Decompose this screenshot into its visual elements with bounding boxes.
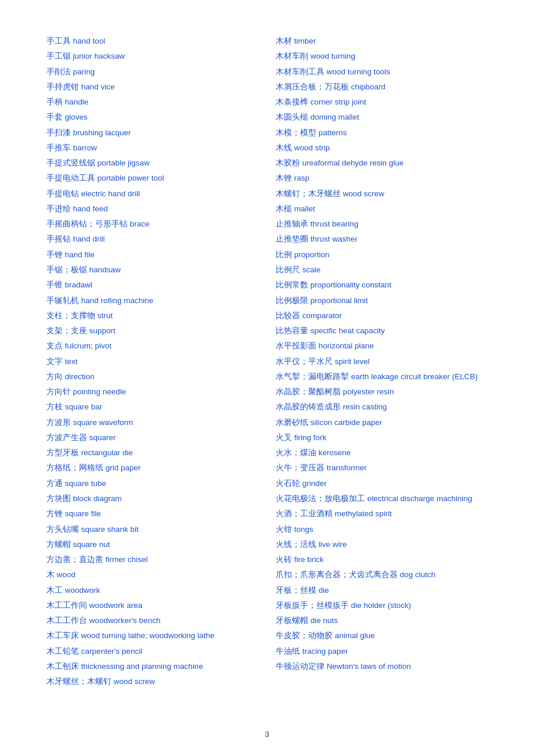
list-item: 火砖 fire brick — [276, 553, 488, 566]
list-item: 止推垫圈 thrust washer — [276, 233, 488, 246]
list-item: 木工刨床 thicknessing and planning machine — [46, 660, 258, 673]
list-item: 手提电动工具 portable power tool — [46, 172, 258, 185]
list-item: 手扫漆 brushing lacquer — [46, 127, 258, 139]
right-column: 木材 timber木材车削 wood turning木材车削工具 wood tu… — [276, 35, 488, 688]
list-item: 比例常数 proportionality constant — [276, 279, 488, 291]
left-column: 手工具 hand tool手工锯 junior hacksaw手削法 parin… — [46, 35, 258, 688]
list-item: 手持虎钳 hand vice — [46, 81, 258, 93]
list-item: 木工车床 wood turning lathe; woodworking lat… — [46, 629, 258, 642]
list-item: 方枝 square bar — [46, 401, 258, 413]
list-item: 支架；支座 support — [46, 325, 258, 337]
list-item: 牙板螺帽 die nuts — [276, 614, 488, 627]
list-item: 方锉 square file — [46, 507, 258, 520]
list-item: 手摇曲柄钻；弓形手钻 brace — [46, 218, 258, 231]
list-item: 牛顿运动定律 Newton's laws of motion — [276, 660, 488, 673]
list-item: 文字 text — [46, 355, 258, 368]
list-item: 木条接榫 corner strip joint — [276, 96, 488, 109]
list-item: 木锉 rasp — [276, 172, 488, 185]
list-item: 火水；煤油 kerosene — [276, 447, 488, 459]
list-item: 手工具 hand tool — [46, 35, 258, 48]
list-item: 手推车 barrow — [46, 142, 258, 154]
list-item: 比例尺 scale — [276, 264, 488, 276]
list-item: 手工锯 junior hacksaw — [46, 50, 258, 63]
list-item: 方向针 pointing needle — [46, 386, 258, 398]
list-item: 方螺帽 square nut — [46, 538, 258, 551]
list-item: 方型牙板 rectangular die — [46, 447, 258, 459]
list-item: 支点 fulcrum; pivot — [46, 340, 258, 352]
list-item: 火钳 tongs — [276, 523, 488, 536]
list-item: 方格纸；网格纸 grid paper — [46, 462, 258, 474]
list-item: 火石轮 grinder — [276, 477, 488, 490]
list-item: 比较器 comparator — [276, 309, 488, 322]
list-item: 水磨砂纸 silicon carbide paper — [276, 416, 488, 429]
list-item: 木材车削 wood turning — [276, 50, 488, 63]
list-item: 比例极限 proportional limit — [276, 294, 488, 307]
list-item: 水平投影面 horizontal plane — [276, 340, 488, 352]
list-item: 火线；活线 live wire — [276, 538, 488, 551]
list-item: 木螺钉；木牙螺丝 wood screw — [276, 188, 488, 200]
list-item: 手柄 handle — [46, 96, 258, 109]
list-item: 木牙螺丝；木螺钉 wood screw — [46, 675, 258, 688]
list-item: 木材车削工具 wood turning tools — [276, 66, 488, 78]
list-item: 牛皮胶；动物胶 animal glue — [276, 629, 488, 642]
list-item: 木工工作台 woodworker's bench — [46, 614, 258, 627]
list-item: 木线 wood strip — [276, 142, 488, 154]
list-item: 方波产生器 squarer — [46, 431, 258, 444]
list-item: 牙板扳手；丝模扳手 die holder (stock) — [276, 599, 488, 612]
list-item: 爪扣；爪形离合器；犬齿式离合器 dog clutch — [276, 568, 488, 581]
list-item: 木材 timber — [276, 35, 488, 48]
list-item: 手锥 bradawl — [46, 279, 258, 291]
list-item: 木胶粉 ureaformal dehyde resin glue — [276, 157, 488, 170]
list-item: 火牛；变压器 transformer — [276, 462, 488, 474]
list-item: 牛油纸 tracing paper — [276, 645, 488, 658]
list-item: 水晶胶的铸造成形 resin casting — [276, 401, 488, 413]
list-item: 木工工作间 woodwork area — [46, 599, 258, 612]
list-item: 火叉 firing fork — [276, 431, 488, 444]
list-item: 木 wood — [46, 568, 258, 581]
list-item: 支柱；支撑物 strut — [46, 309, 258, 322]
page-number: 3 — [265, 730, 269, 739]
list-item: 火花电极法；放电极加工 electrical discharge machini… — [276, 492, 488, 505]
list-item: 方头钻嘴 square shank bit — [46, 523, 258, 536]
list-item: 方波形 square waveform — [46, 416, 258, 429]
list-item: 水晶胶；聚酯树脂 polyester resin — [276, 386, 488, 398]
list-item: 比例 proportion — [276, 249, 488, 261]
list-item: 木工铅笔 carpenter's pencil — [46, 645, 258, 658]
list-item: 手摇钻 hand drill — [46, 233, 258, 246]
list-item: 木屑压合板；万花板 chipboard — [276, 81, 488, 93]
list-item: 手辗轧机 hand rolling machine — [46, 294, 258, 307]
list-item: 手提电钻 electric hand drill — [46, 188, 258, 200]
list-item: 手套 gloves — [46, 111, 258, 124]
list-item: 方向 direction — [46, 370, 258, 383]
list-item: 牙板；丝模 die — [276, 584, 488, 597]
list-item: 水平仪；平水尺 spirit level — [276, 355, 488, 368]
list-item: 木工 woodwork — [46, 584, 258, 597]
list-item: 方块图 block diagram — [46, 492, 258, 505]
list-item: 手削法 paring — [46, 66, 258, 78]
list-item: 火酒；工业酒精 methylated spirit — [276, 507, 488, 520]
list-item: 木槌 mallet — [276, 203, 488, 215]
list-item: 水气掣；漏电断路掣 earth leakage circuit breaker … — [276, 370, 488, 383]
list-item: 手锯；板锯 handsaw — [46, 264, 258, 276]
list-item: 手提式竖线锯 portable jigsaw — [46, 157, 258, 170]
list-item: 手进给 hand feed — [46, 203, 258, 215]
list-item: 手锉 hand file — [46, 249, 258, 261]
list-item: 止推轴承 thrust bearing — [276, 218, 488, 231]
list-item: 比热容量 specific heat capacity — [276, 325, 488, 337]
list-item: 木模；模型 patterns — [276, 127, 488, 139]
list-item: 木圆头槌 doming mallet — [276, 111, 488, 124]
list-item: 方边凿；直边凿 firmer chisel — [46, 553, 258, 566]
list-item: 方通 square tube — [46, 477, 258, 490]
